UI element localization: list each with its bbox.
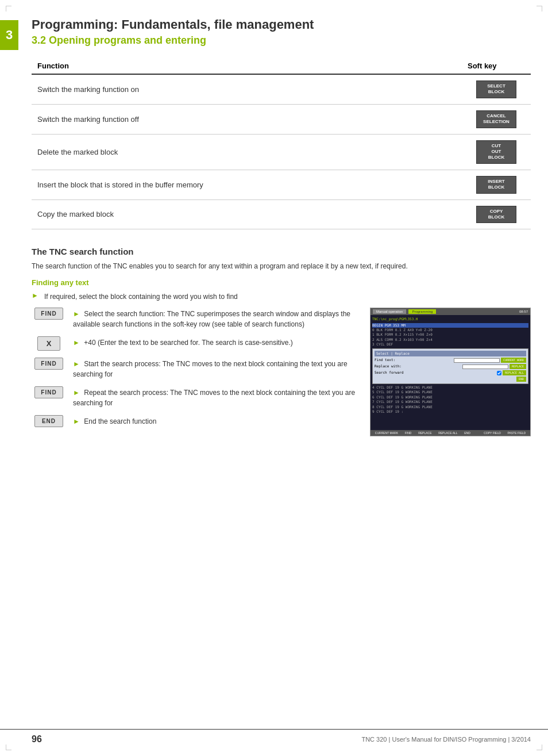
step4-text: ► Repeat the search process: The TNC mov… — [73, 386, 358, 408]
tab-programming: Programming — [408, 309, 436, 314]
find-key-3[interactable]: FIND — [34, 386, 63, 398]
end-key[interactable]: END — [34, 415, 63, 427]
arrow-icon: ► — [73, 389, 80, 397]
dialog-find-input[interactable] — [454, 358, 500, 363]
page-footer: 96 TNC 320 | User's Manual for DIN/ISO P… — [0, 729, 548, 745]
find-content-area: FIND ► Select the search function: The T… — [32, 308, 531, 436]
screen-body: TNC:\nc_prog\PGM\353.H BEGIN PGM 353 MM … — [371, 315, 530, 430]
table-row: Insert the block that is stored in the b… — [32, 170, 531, 199]
dialog-end-btn[interactable]: END — [516, 377, 526, 382]
col-softkey: Soft key — [462, 58, 531, 74]
arrow-icon: ► — [73, 417, 80, 425]
find-step-3: FIND ► Start the search process: The TNC… — [32, 358, 358, 379]
dialog-find-row: Find text: CURRENT WORD — [375, 358, 526, 363]
section-title: 3.2 Opening programs and entering — [32, 34, 531, 47]
soft-key-insert-block: INSERTBLOCK — [476, 176, 516, 194]
table-row: Switch the marking function on SELECTBLO… — [32, 74, 531, 104]
dialog-replace-row: Replace with: REPLACE — [375, 364, 526, 369]
soft-key-cell: INSERTBLOCK — [462, 170, 531, 199]
screen-header: Manual operation Programming 08:57 — [371, 308, 530, 315]
soft-key-cell: SELECTBLOCK — [462, 74, 531, 104]
find-step-2: X ► +40 (Enter the text to be searched f… — [32, 336, 358, 351]
step3-text: ► Start the search process: The TNC move… — [73, 358, 358, 379]
arrow-icon: ► — [73, 310, 80, 318]
footer-btn-copy-field[interactable]: COPY FIELD — [484, 431, 501, 435]
arrow-icon: ► — [32, 291, 38, 300]
screen-code-0: BEGIN PGM 353 MM — [372, 323, 528, 328]
page-number: 96 — [32, 734, 42, 745]
soft-key-cell: CUTOUTBLOCK — [462, 134, 531, 170]
step4-key: FIND — [32, 386, 66, 398]
find-step-4: FIND ► Repeat the search process: The TN… — [32, 386, 358, 408]
dialog-end-row: END — [375, 377, 526, 382]
screen-footer: CURRENT MARK FIND REPLACE REPLACE ALL EN… — [371, 430, 530, 436]
corner-mark-tr — [537, 6, 542, 11]
chapter-tab: 3 — [0, 20, 18, 50]
function-text: Switch the marking function on — [32, 74, 462, 104]
find-step-5: END ► End the search function — [32, 415, 358, 427]
soft-key-select-block: SELECTBLOCK — [476, 80, 516, 98]
dialog-search-label: Search forward — [375, 370, 497, 375]
screen-code-2: 1 BLK FORM 0.2 X+115 Y+90 Z+0 — [372, 332, 528, 337]
corner-mark-br — [537, 745, 542, 750]
screen-code-1: 0 BLK FORM 0.1 Z AX9 Y+0 Z-20 — [372, 328, 528, 332]
function-text: Copy the marked block — [32, 199, 462, 229]
find-steps-list: FIND ► Select the search function: The T… — [32, 308, 358, 436]
chapter-number: 3 — [6, 28, 13, 43]
function-text: Switch the marking function off — [32, 104, 462, 134]
screen-code-9: 8 CYCL DEF 19 G WORKING PLANE — [372, 405, 528, 409]
step5-key: END — [32, 415, 66, 427]
footer-btn-current-mark[interactable]: CURRENT MARK — [375, 431, 398, 435]
table-row: Switch the marking function off CANCELSE… — [32, 104, 531, 134]
if-required-row: ► If required, select the block containi… — [32, 291, 531, 302]
col-function: Function — [32, 58, 462, 74]
arrow-icon: ► — [73, 339, 80, 347]
step2-text: ► +40 (Enter the text to be searched for… — [73, 336, 358, 348]
dialog-replace-label: Replace with: — [375, 364, 462, 369]
if-required-text: If required, select the block containing… — [44, 291, 238, 302]
tnc-body-text: The search function of the TNC enables y… — [32, 261, 531, 271]
screen-image: Manual operation Programming 08:57 TNC:\… — [370, 308, 531, 436]
footer-btn-end[interactable]: END — [464, 431, 470, 435]
screen-filename: TNC:\nc_prog\PGM\353.H — [372, 317, 528, 321]
x-key[interactable]: X — [37, 336, 60, 351]
table-row: Copy the marked block COPYBLOCK — [32, 199, 531, 229]
step3-key: FIND — [32, 358, 66, 370]
screen-code-6: 5 CYCL DEF 19 G WORKING PLANE — [372, 390, 528, 394]
find-key-2[interactable]: FIND — [34, 358, 63, 370]
screen-time: 08:57 — [519, 310, 528, 313]
footer-text: TNC 320 | User's Manual for DIN/ISO Prog… — [361, 736, 531, 743]
step5-text: ► End the search function — [73, 415, 358, 427]
soft-key-cancel-selection: CANCELSELECTION — [476, 110, 516, 128]
step2-key: X — [32, 336, 66, 351]
screen-code-10: 9 CYCL DEF 19 : — [372, 409, 528, 414]
soft-key-cut-out-block: CUTOUTBLOCK — [476, 140, 516, 164]
step1-text: ► Select the search function: The TNC su… — [73, 308, 358, 329]
dialog-find-label: Find text: — [375, 358, 454, 362]
tab-manual: Manual operation — [373, 309, 406, 314]
dialog-title: Select | Replace — [375, 351, 526, 356]
page-content: Programming: Fundamentals, file manageme… — [32, 17, 531, 436]
step1-key: FIND — [32, 308, 66, 320]
dialog-current-word-btn[interactable]: CURRENT WORD — [501, 358, 526, 363]
tnc-section-heading: The TNC search function — [32, 247, 531, 256]
footer-btn-paste-field[interactable]: PASTE FIELD — [508, 431, 526, 435]
footer-btn-replace-all[interactable]: REPLACE ALL — [438, 431, 457, 435]
function-text: Insert the block that is stored in the b… — [32, 170, 462, 199]
dialog-replace-input[interactable] — [462, 364, 508, 369]
page-title: Programming: Fundamentals, file manageme… — [32, 17, 531, 32]
screen-code-5: 4 CYCL DEF 19 G WORKING PLANE — [372, 385, 528, 390]
function-table: Function Soft key Switch the marking fun… — [32, 58, 531, 229]
find-step-1: FIND ► Select the search function: The T… — [32, 308, 358, 329]
screen-dialog: Select | Replace Find text: CURRENT WORD… — [372, 348, 528, 384]
table-row: Delete the marked block CUTOUTBLOCK — [32, 134, 531, 170]
corner-mark-bl — [6, 745, 11, 750]
screen-code-7: 6 CYCL DEF 19 G WORKING PLANE — [372, 395, 528, 400]
dialog-search-checkbox[interactable] — [497, 371, 501, 375]
dialog-replace-all-btn[interactable]: REPLACE ALL — [503, 370, 526, 375]
footer-btn-find[interactable]: FIND — [405, 431, 412, 435]
dialog-replace-btn[interactable]: REPLACE — [510, 364, 526, 369]
screen-code-4: 3 CYCL DEF — [372, 342, 528, 347]
footer-btn-replace[interactable]: REPLACE — [418, 431, 431, 435]
find-key-1[interactable]: FIND — [34, 308, 63, 320]
